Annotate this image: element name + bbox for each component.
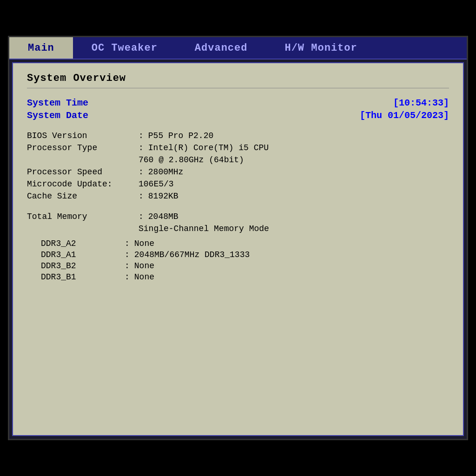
microcode-update-row: Microcode Update: 106E5/3 — [27, 179, 449, 189]
processor-speed-row: Processor Speed : 2800MHz — [27, 167, 449, 177]
ddr3-a1-colon: : — [125, 250, 130, 259]
total-memory-value: 2048MB — [148, 212, 178, 221]
ddr3-b2-value: None — [134, 261, 154, 271]
ddr3-a2-row: DDR3_A2 : None — [27, 239, 449, 248]
ddr3-a1-label: DDR3_A1 — [41, 250, 125, 259]
menu-item-advanced[interactable]: Advanced — [176, 37, 266, 59]
processor-type-row: Processor Type : Intel(R) Core(TM) i5 CP… — [27, 143, 449, 152]
ddr3-a1-row: DDR3_A1 : 2048MB/667MHz DDR3_1333 — [27, 250, 449, 259]
ddr3-b1-colon: : — [125, 272, 130, 282]
total-memory-row: Total Memory : 2048MB — [27, 212, 449, 221]
ddr3-a1-value: 2048MB/667MHz DDR3_1333 — [134, 250, 250, 259]
content-area: System Overview System Time [10:54:33] S… — [12, 62, 464, 436]
system-date-row: System Date [Thu 01/05/2023] — [27, 110, 449, 121]
ddr3-b2-row: DDR3_B2 : None — [27, 261, 449, 271]
total-memory-mode: Single-Channel Memory Mode — [139, 224, 449, 233]
system-date-value[interactable]: [Thu 01/05/2023] — [360, 110, 449, 121]
processor-speed-colon: : — [139, 167, 144, 177]
system-time-label: System Time — [27, 98, 88, 108]
cache-size-value: 8192KB — [148, 192, 178, 201]
bios-version-value: P55 Pro P2.20 — [148, 131, 213, 140]
system-time-value[interactable]: [10:54:33] — [393, 98, 449, 108]
microcode-update-value: 106E5/3 — [139, 179, 174, 189]
processor-speed-label: Processor Speed — [27, 167, 139, 177]
menu-item-oc-tweaker[interactable]: OC Tweaker — [73, 37, 176, 59]
total-memory-colon: : — [139, 212, 144, 221]
ddr3-a2-colon: : — [125, 239, 130, 248]
processor-speed-value: 2800MHz — [148, 167, 184, 177]
ddr3-b1-row: DDR3_B1 : None — [27, 272, 449, 282]
ddr3-b1-value: None — [134, 272, 154, 282]
cache-size-colon: : — [139, 192, 144, 201]
microcode-update-label: Microcode Update: — [27, 179, 139, 189]
divider — [27, 88, 449, 88]
bios-version-label: BIOS Version — [27, 131, 139, 140]
processor-type-label: Processor Type — [27, 143, 139, 152]
processor-type-value: Intel(R) Core(TM) i5 CPU — [148, 143, 269, 152]
menu-item-hw-monitor[interactable]: H/W Monitor — [266, 37, 376, 59]
cache-size-label: Cache Size — [27, 192, 139, 201]
ddr3-b2-label: DDR3_B2 — [41, 261, 125, 271]
bios-screen: Main OC Tweaker Advanced H/W Monitor Sys… — [8, 36, 468, 440]
menu-item-main[interactable]: Main — [9, 37, 73, 59]
bios-version-colon: : — [139, 131, 144, 140]
processor-type-continuation: 760 @ 2.80GHz (64bit) — [139, 155, 449, 165]
bios-version-row: BIOS Version : P55 Pro P2.20 — [27, 131, 449, 140]
ddr3-a2-value: None — [134, 239, 154, 248]
cache-size-row: Cache Size : 8192KB — [27, 192, 449, 201]
section-title: System Overview — [27, 73, 449, 84]
total-memory-label: Total Memory — [27, 212, 139, 221]
menu-bar: Main OC Tweaker Advanced H/W Monitor — [9, 37, 467, 60]
system-time-row: System Time [10:54:33] — [27, 98, 449, 108]
ddr3-b1-label: DDR3_B1 — [41, 272, 125, 282]
system-date-label: System Date — [27, 110, 88, 121]
ddr3-a2-label: DDR3_A2 — [41, 239, 125, 248]
processor-type-colon: : — [139, 143, 144, 152]
ddr3-b2-colon: : — [125, 261, 130, 271]
